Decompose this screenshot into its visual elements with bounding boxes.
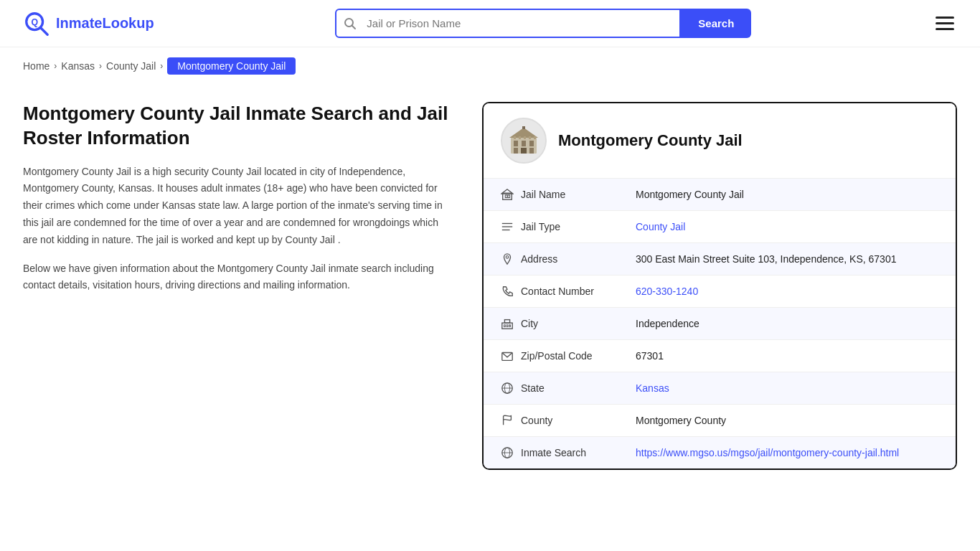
svg-rect-9 — [514, 148, 518, 154]
search-box — [335, 9, 681, 38]
card-header: Montgomery County Jail — [484, 103, 956, 179]
value-inmate-search: https://www.mgso.us/mgso/jail/montgomery… — [636, 447, 938, 458]
label-contact: Contact Number — [521, 286, 636, 297]
svg-rect-20 — [505, 195, 507, 198]
svg-rect-10 — [529, 148, 534, 154]
row-county: County Montgomery County — [484, 405, 956, 437]
value-zip: 67301 — [636, 350, 938, 362]
svg-rect-27 — [502, 323, 512, 329]
page-desc-1: Montgomery County Jail is a high securit… — [23, 164, 453, 249]
page-title: Montgomery County Jail Inmate Search and… — [23, 102, 453, 151]
hamburger-line-3 — [936, 28, 954, 30]
breadcrumb-kansas[interactable]: Kansas — [61, 60, 95, 72]
hamburger-line-1 — [936, 17, 954, 19]
svg-rect-7 — [522, 141, 526, 146]
row-state: State Kansas — [484, 372, 956, 405]
breadcrumb-chevron-2: › — [99, 61, 102, 71]
svg-line-4 — [352, 25, 356, 29]
row-jail-name: Jail Name Montgomery County Jail — [484, 179, 956, 211]
phone-icon — [501, 285, 521, 298]
label-zip: Zip/Postal Code — [521, 350, 636, 362]
svg-line-1 — [41, 27, 47, 34]
value-state: Kansas — [636, 382, 938, 394]
logo-icon: Q — [23, 10, 50, 37]
svg-rect-15 — [519, 136, 521, 139]
search-area: Search — [335, 9, 751, 38]
inmate-search-icon — [501, 446, 521, 459]
row-inmate-search: Inmate Search https://www.mgso.us/mgso/j… — [484, 437, 956, 468]
building-icon — [501, 188, 521, 201]
label-jail-name: Jail Name — [521, 189, 636, 200]
row-address: Address 300 East Main Street Suite 103, … — [484, 243, 956, 276]
pin-icon — [501, 253, 521, 265]
svg-text:Q: Q — [31, 17, 38, 27]
footer-space — [0, 487, 980, 530]
breadcrumb-county-jail[interactable]: County Jail — [106, 60, 156, 72]
label-jail-type: Jail Type — [521, 221, 636, 232]
search-magnifier-icon — [336, 17, 364, 30]
svg-rect-18 — [534, 136, 536, 139]
main-content: Montgomery County Jail Inmate Search and… — [0, 85, 980, 487]
search-button[interactable]: Search — [681, 9, 751, 38]
label-city: City — [521, 318, 636, 329]
breadcrumb-chevron-3: › — [160, 61, 163, 71]
value-address: 300 East Main Street Suite 103, Independ… — [636, 253, 938, 265]
breadcrumb-home[interactable]: Home — [23, 60, 50, 72]
header: Q InmateLookup Search — [0, 0, 980, 47]
mail-icon — [501, 349, 521, 362]
svg-rect-29 — [507, 325, 508, 327]
breadcrumb-current: Montgomery County Jail — [167, 57, 296, 75]
breadcrumb-chevron-1: › — [54, 61, 57, 71]
left-column: Montgomery County Jail Inmate Search and… — [23, 102, 482, 306]
jail-building-icon — [507, 123, 541, 158]
value-jail-name: Montgomery County Jail — [636, 189, 938, 200]
globe-icon — [501, 382, 521, 395]
breadcrumb: Home › Kansas › County Jail › Montgomery… — [0, 47, 980, 85]
svg-rect-31 — [504, 320, 509, 324]
svg-rect-28 — [504, 325, 506, 327]
svg-rect-16 — [524, 136, 526, 139]
svg-rect-14 — [514, 136, 516, 139]
info-card: Montgomery County Jail Jail Name Montgom… — [482, 102, 957, 470]
svg-marker-12 — [509, 128, 538, 138]
inmate-search-link[interactable]: https://www.mgso.us/mgso/jail/montgomery… — [636, 447, 899, 458]
svg-rect-17 — [529, 136, 531, 139]
value-city: Independence — [636, 318, 938, 329]
row-contact: Contact Number 620-330-1240 — [484, 276, 956, 308]
label-address: Address — [521, 253, 636, 265]
svg-rect-13 — [522, 126, 525, 129]
value-contact: 620-330-1240 — [636, 286, 938, 297]
svg-rect-8 — [529, 141, 534, 146]
city-icon — [501, 317, 521, 330]
card-title: Montgomery County Jail — [558, 131, 743, 150]
label-state: State — [521, 382, 636, 394]
logo[interactable]: Q InmateLookup — [23, 10, 154, 37]
list-icon — [501, 220, 521, 233]
label-inmate-search: Inmate Search — [521, 447, 636, 458]
right-column: Montgomery County Jail Jail Name Montgom… — [482, 102, 957, 470]
svg-rect-30 — [509, 325, 511, 327]
hamburger-menu[interactable] — [933, 14, 957, 33]
hamburger-line-2 — [936, 22, 954, 24]
label-county: County — [521, 415, 636, 426]
logo-text: InmateLookup — [56, 15, 154, 32]
state-link[interactable]: Kansas — [636, 382, 669, 394]
jail-avatar — [501, 118, 547, 164]
jail-type-link[interactable]: County Jail — [636, 221, 685, 232]
value-county: Montgomery County — [636, 415, 938, 426]
value-jail-type: County Jail — [636, 221, 938, 232]
svg-rect-6 — [514, 141, 518, 146]
row-zip: Zip/Postal Code 67301 — [484, 340, 956, 372]
search-input[interactable] — [364, 10, 679, 37]
info-table: Jail Name Montgomery County Jail Jail Ty… — [484, 179, 956, 468]
svg-rect-11 — [521, 148, 527, 154]
svg-rect-21 — [508, 195, 510, 198]
svg-point-26 — [506, 256, 509, 259]
page-desc-2: Below we have given information about th… — [23, 260, 453, 295]
contact-number-link[interactable]: 620-330-1240 — [636, 286, 698, 297]
row-jail-type: Jail Type County Jail — [484, 211, 956, 243]
flag-icon — [501, 414, 521, 427]
row-city: City Independence — [484, 308, 956, 340]
